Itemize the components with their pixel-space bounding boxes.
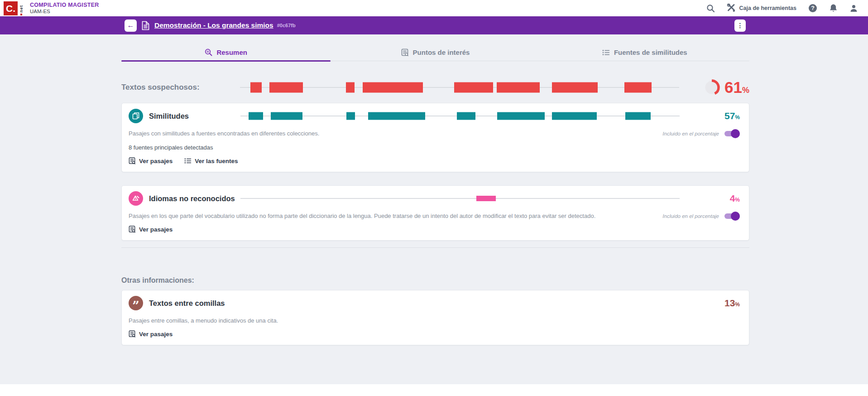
- idiomas-bar-chart: [240, 193, 680, 204]
- action-label: Ver pasajes: [139, 331, 173, 338]
- bar-segment: [497, 82, 540, 93]
- bar-segment: [454, 82, 493, 93]
- kebab-menu-button[interactable]: ⋮: [734, 19, 746, 32]
- document-icon: [142, 21, 149, 30]
- action-label: Ver pasajes: [139, 158, 173, 164]
- action-label: Ver las fuentes: [195, 158, 238, 164]
- ver-pasajes-button[interactable]: Ver pasajes: [129, 157, 173, 165]
- brand-subtitle: UAM-ES: [30, 9, 99, 14]
- logo-net-text: net: [19, 1, 24, 15]
- top-actions: Caja de herramientas ?: [706, 4, 858, 13]
- document-title[interactable]: Demostración - Los grandes simios: [154, 21, 273, 29]
- bar-segment: [250, 82, 261, 93]
- ver-pasajes-button[interactable]: Ver pasajes: [129, 330, 173, 338]
- suspect-texts-label: Textos sospechosos:: [121, 83, 240, 92]
- comillas-card: ” Textos entre comillas 13% Pasajes entr…: [121, 290, 749, 345]
- similitudes-bar-chart: [240, 111, 680, 121]
- toggle-knob: [731, 129, 740, 138]
- bar-segment: [552, 82, 598, 93]
- quotes-icon: ”: [129, 296, 143, 310]
- tab-resumen[interactable]: Resumen: [121, 44, 331, 61]
- help-icon[interactable]: ?: [808, 4, 817, 13]
- card-title: Idiomas no reconocidos: [149, 194, 235, 203]
- brand-text: COMPILATIO MAGISTER UAM-ES: [30, 2, 99, 14]
- toggle-label: Incluido en el porcentaje: [662, 131, 719, 136]
- magnifier-icon: [205, 48, 212, 56]
- tab-label: Fuentes de similitudes: [614, 48, 687, 56]
- list-search-icon: [401, 48, 409, 57]
- user-account-icon[interactable]: [849, 4, 858, 13]
- bar-segment: [497, 112, 545, 120]
- bar-segment: [269, 82, 303, 93]
- bar-segment: [457, 112, 475, 120]
- sources-note: 8 fuentes principales detectadas: [129, 144, 740, 151]
- list-search-icon: [129, 330, 136, 338]
- toolbox-button[interactable]: Caja de herramientas: [727, 4, 796, 13]
- bar-segment: [271, 112, 302, 120]
- list-search-icon: [129, 157, 136, 165]
- bar-segment: [249, 112, 263, 120]
- suspect-texts-bar-chart: [240, 82, 679, 93]
- logo-dot: [20, 14, 22, 15]
- card-title: Similitudes: [149, 112, 189, 121]
- ver-las-fuentes-button[interactable]: Ver las fuentes: [184, 157, 238, 165]
- action-label: Ver pasajes: [139, 226, 173, 233]
- list-icon: [184, 158, 192, 164]
- notifications-bell-icon[interactable]: [829, 4, 838, 13]
- back-button[interactable]: ←: [125, 19, 137, 32]
- tools-icon: [727, 4, 736, 13]
- brand-title: COMPILATIO MAGISTER: [30, 2, 99, 8]
- toolbox-label: Caja de herramientas: [739, 5, 796, 11]
- toggle-label: Incluido en el porcentaje: [662, 213, 719, 219]
- comillas-percent: 13%: [724, 298, 740, 309]
- bar-segment: [476, 196, 496, 201]
- suspect-percent: 61%: [724, 78, 749, 97]
- idiomas-card: Idiomas no reconocidos 4% Pasajes en los…: [121, 185, 749, 241]
- search-icon[interactable]: [706, 4, 715, 13]
- list-search-icon: [129, 225, 136, 233]
- similitudes-percent: 57%: [724, 111, 740, 121]
- section-divider: [121, 247, 749, 248]
- other-info-heading: Otras informaciones:: [121, 276, 749, 285]
- bar-segment: [346, 112, 355, 120]
- toggle-knob: [731, 212, 740, 221]
- language-warning-icon: [129, 191, 143, 206]
- bar-segment: [363, 82, 423, 93]
- include-in-percentage-toggle[interactable]: [724, 213, 738, 219]
- brand: C. net COMPILATIO MAGISTER UAM-ES: [4, 1, 99, 15]
- report-tabs: Resumen Puntos de interés Fuentes de sim…: [121, 44, 749, 61]
- bar-segment: [346, 82, 355, 93]
- main-content: Resumen Puntos de interés Fuentes de sim…: [121, 44, 749, 345]
- back-arrow-icon: ←: [127, 21, 134, 29]
- suspect-texts-row: Textos sospechosos: 61%: [121, 77, 749, 97]
- card-title: Textos entre comillas: [149, 299, 225, 308]
- tab-label: Resumen: [216, 48, 247, 56]
- similitudes-card: Similitudes 57% Pasajes con similitudes …: [121, 103, 749, 172]
- document-titlebar: ← Demostración - Los grandes simios #0c6…: [0, 16, 868, 34]
- ver-pasajes-button[interactable]: Ver pasajes: [129, 225, 173, 233]
- bar-segment: [368, 112, 425, 120]
- bar-segment: [625, 112, 651, 120]
- logo-c-icon: C.: [4, 1, 18, 15]
- progress-donut-icon: [703, 79, 720, 96]
- card-description: Pasajes en los que parte del vocabulario…: [129, 212, 595, 219]
- top-header: C. net COMPILATIO MAGISTER UAM-ES: [0, 0, 868, 16]
- bar-track-line: [240, 198, 680, 199]
- tab-fuentes-de-similitudes[interactable]: Fuentes de similitudes: [540, 44, 749, 61]
- bar-segment: [552, 112, 597, 120]
- similarities-copy-icon: [129, 109, 143, 123]
- idiomas-percent: 4%: [730, 193, 740, 204]
- document-id: #0c67fb: [277, 23, 296, 28]
- compilatio-logo[interactable]: C. net: [4, 1, 24, 15]
- tab-puntos-de-interes[interactable]: Puntos de interés: [331, 44, 540, 61]
- card-description: Pasajes entre comillas, a menudo indicat…: [129, 317, 278, 324]
- bottom-strip: [0, 384, 868, 396]
- kebab-icon: ⋮: [737, 22, 743, 29]
- tab-label: Puntos de interés: [413, 48, 470, 56]
- card-description: Pasajes con similitudes a fuentes encont…: [129, 130, 319, 137]
- bar-segment: [624, 82, 652, 93]
- include-in-percentage-toggle[interactable]: [724, 131, 738, 136]
- svg-text:?: ?: [811, 5, 815, 11]
- list-icon: [602, 49, 610, 56]
